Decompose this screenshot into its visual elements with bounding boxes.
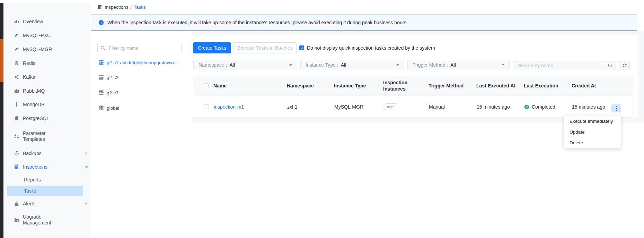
cluster-name: g2-c1-abcdefghijklmnopqrstuvwx... [107, 60, 179, 65]
sidebar-item-label: Backups [23, 151, 42, 156]
cell-last-execution: Completed [524, 96, 555, 118]
sidebar-item-alerts[interactable]: Alerts [14, 199, 86, 209]
sidebar-item-label: MongoDB [23, 102, 44, 108]
cell-namespace: zxl-1 [287, 96, 298, 118]
sidebar-item-overview[interactable]: Overview [14, 17, 86, 26]
sidebar-item-mongodb[interactable]: MongoDB [14, 100, 86, 109]
banner-text: When the inspection task is executed, it… [107, 20, 408, 25]
column-header-trigger-method: Trigger Method [429, 76, 464, 95]
sidebar-item-label: Kafka [23, 74, 35, 80]
server-stack-icon [99, 75, 104, 80]
row-actions-kebab-button[interactable] [611, 104, 621, 112]
sidebar-item-upgrade-management[interactable]: Upgrade Management [14, 212, 86, 228]
instance-badge: mgr1 [383, 103, 399, 110]
caret-down-icon [502, 64, 504, 66]
hide-quick-tasks-checkbox[interactable] [299, 45, 304, 50]
sidebar-item-kafka[interactable]: Kafka [14, 72, 86, 82]
breadcrumb-root[interactable]: Inspections [105, 5, 128, 10]
kafka-icon [14, 74, 19, 80]
search-icon[interactable] [608, 63, 613, 68]
backup-restore-icon [14, 151, 19, 156]
sidebar-item-inspections[interactable]: Inspections [14, 162, 86, 172]
cell-instance-type: MySQL-MGR [334, 96, 363, 118]
sidebar-item-postgresql[interactable]: PostgreSQL [14, 113, 86, 123]
row-checkbox[interactable] [204, 96, 209, 118]
filter-label: Trigger Method : [413, 62, 448, 68]
menu-item-execute-immediately[interactable]: Execute Immediately [564, 116, 621, 127]
filter-value: All [341, 62, 346, 68]
search-input[interactable] [517, 62, 605, 69]
mysql-dolphin-icon [14, 46, 19, 52]
search-icon [100, 45, 105, 50]
caret-down-icon [396, 64, 399, 66]
sidebar-item-backups[interactable]: Backups [14, 148, 86, 158]
table-row[interactable]: inspection-m1 zxl-1 MySQL-MGR mgr1 Manua… [195, 95, 633, 118]
sidebar-item-label: Reports [24, 177, 41, 182]
sidebar-item-reports[interactable]: Reports [24, 175, 41, 185]
search-by-name-field[interactable] [513, 61, 616, 70]
namespace-filter-select[interactable]: Namespace : All [193, 60, 297, 70]
sidebar-item-label: MySQL-PXC [23, 33, 51, 39]
inspection-icon [14, 164, 19, 170]
select-all-checkbox[interactable] [204, 76, 209, 95]
cluster-item-g2-c3[interactable]: g2-c3 [99, 88, 184, 97]
column-header-created-at: Created At [572, 76, 596, 95]
rail-scrollbar-thumb[interactable] [0, 39, 3, 82]
sidebar-item-redis[interactable]: Redis [14, 58, 86, 68]
create-tasks-button[interactable]: Create Tasks [193, 42, 231, 53]
caret-down-icon [289, 64, 292, 66]
alarm-siren-icon [14, 201, 19, 206]
hide-quick-tasks-label[interactable]: Do not display quick inspection tasks cr… [307, 43, 435, 53]
filter-label: Instance Type : [306, 62, 338, 68]
table-header: Name Namespace Instance Type Inspection … [193, 76, 634, 95]
cluster-name: g2-c2 [107, 75, 118, 80]
cluster-filter-input[interactable] [108, 45, 178, 51]
column-header-last-execution: Last Execution [524, 76, 558, 95]
cell-trigger-method: Manual [429, 96, 445, 118]
sidebar-item-label: RabbitMQ [23, 88, 45, 94]
sidebar-item-rabbitmq[interactable]: RabbitMQ [14, 86, 86, 96]
sidebar-item-label: Upgrade Management [23, 214, 56, 226]
folder-gear-icon [14, 217, 19, 223]
sidebar-item-label: Inspections [23, 164, 47, 170]
sidebar-item-mysql-mgr[interactable]: MySQL-MGR [14, 44, 86, 54]
trigger-method-filter-select[interactable]: Trigger Method : All [407, 60, 510, 70]
collapsed-rail [0, 3, 3, 238]
sidebar-item-mysql-pxc[interactable]: MySQL-PXC [14, 31, 86, 40]
sidebar-item-parameter-templates[interactable]: Parameter Templates [14, 129, 86, 144]
filter-value: All [450, 62, 456, 68]
redis-layers-icon [14, 60, 19, 66]
chevron-right-icon [85, 152, 88, 155]
execute-tasks-in-batches-button[interactable]: Execute Tasks in Batches [233, 42, 297, 53]
refresh-button[interactable] [619, 61, 630, 70]
breadcrumb: Inspections / Tasks [97, 3, 146, 10]
breadcrumb-current[interactable]: Tasks [134, 5, 146, 10]
cell-inspection-instances: mgr1 [383, 96, 399, 118]
info-banner: When the inspection task is executed, it… [91, 15, 637, 31]
cluster-item-g2-c1[interactable]: g2-c1-abcdefghijklmnopqrstuvwx... [99, 58, 184, 67]
divider [605, 63, 605, 68]
instance-type-filter-select[interactable]: Instance Type : All [300, 60, 404, 70]
server-stack-icon [99, 105, 104, 110]
menu-item-delete[interactable]: Delete [564, 137, 621, 148]
column-header-name: Name [213, 76, 227, 95]
cluster-item-g2-c2[interactable]: g2-c2 [99, 73, 184, 82]
sidebar-item-tasks[interactable]: Tasks [7, 186, 83, 196]
info-icon [98, 20, 104, 25]
sidebar-item-label: Redis [23, 60, 35, 66]
column-header-last-executed-at: Last Executed At [476, 76, 515, 95]
column-header-namespace: Namespace [287, 76, 314, 95]
breadcrumb-separator: / [130, 5, 132, 10]
task-name-link[interactable]: inspection-m1 [214, 96, 244, 118]
chevron-down-icon [85, 165, 88, 169]
menu-item-update[interactable]: Update [564, 127, 621, 137]
chevron-right-icon [85, 202, 88, 205]
completed-status-icon [524, 104, 529, 110]
column-header-instance-type: Instance Type [334, 76, 366, 95]
cluster-item-global[interactable]: global [99, 103, 184, 113]
sidebar-item-label: Parameter Templates [23, 130, 54, 142]
status-text: Completed [532, 104, 555, 110]
cluster-filter-field[interactable] [97, 43, 182, 53]
bar-chart-icon [14, 19, 19, 24]
cluster-name: g2-c3 [107, 90, 118, 95]
